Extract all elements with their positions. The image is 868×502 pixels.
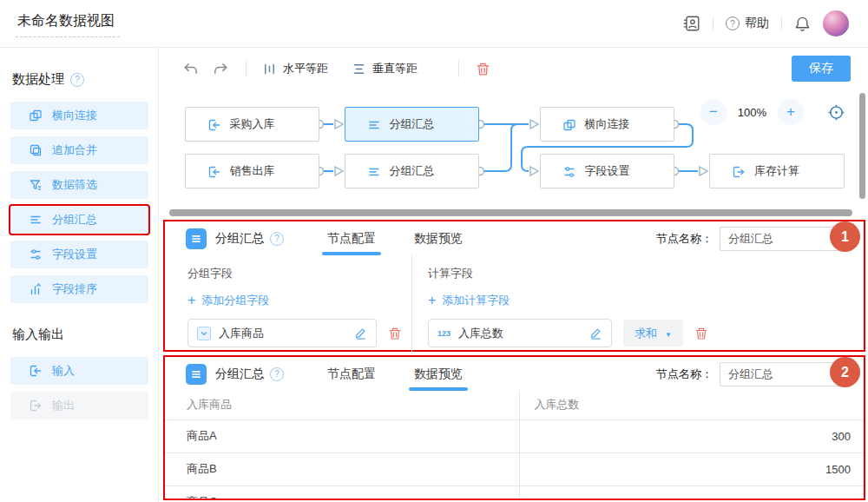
flow-canvas[interactable]: 采购入库 分组汇总 横向连接 销售出库 分组汇总 (159, 89, 868, 208)
group-summary-icon (367, 165, 381, 179)
field-settings-icon (29, 248, 43, 261)
flow-node-sales-outbound[interactable]: 销售出库 (185, 154, 319, 188)
panel-title: 分组汇总 (215, 231, 264, 247)
undo-button[interactable] (182, 62, 199, 76)
app-root: 未命名数据视图 帮助 (0, 0, 868, 502)
node-name-group: 节点名称： (656, 227, 852, 251)
flow-node-horizontal-join[interactable]: 横向连接 (540, 107, 674, 142)
sidebar-item-append-merge[interactable]: 追加合并 (10, 136, 148, 164)
output-icon (732, 165, 746, 179)
panel-header: 分组汇总 节点配置 数据预览 节点名称： (165, 221, 864, 255)
zoom-out-button[interactable] (700, 99, 727, 125)
canvas-toolbar: 水平等距 垂直等距 保存 (159, 48, 868, 89)
sidebar-item-field-settings[interactable]: 字段设置 (10, 241, 148, 268)
horizontal-join-icon (29, 109, 43, 122)
redo-button[interactable] (213, 62, 229, 76)
divider (713, 17, 713, 30)
column-header: 入库商品 (165, 391, 520, 419)
tab-node-config[interactable]: 节点配置 (327, 357, 376, 391)
sidebar-item-data-filter[interactable]: 数据筛选 (10, 171, 148, 199)
append-merge-icon (29, 143, 43, 157)
edit-icon[interactable] (354, 327, 367, 340)
add-calc-field-button[interactable]: 添加计算字段 (428, 293, 510, 308)
header-actions: 帮助 (683, 10, 849, 36)
help-label: 帮助 (745, 16, 769, 31)
flow-node-group-summary-2[interactable]: 分组汇总 (345, 154, 479, 188)
field-settings-icon (562, 165, 576, 179)
tab-data-preview[interactable]: 数据预览 (414, 357, 463, 391)
distribute-vertical-button[interactable]: 垂直等距 (352, 61, 418, 76)
caret-down-icon (665, 327, 672, 340)
sidebar-item-horizontal-join[interactable]: 横向连接 (10, 102, 148, 129)
number-field-type-icon (437, 329, 450, 338)
plus-icon (428, 293, 436, 308)
aggregation-select[interactable]: 求和 (623, 320, 683, 347)
calc-field-column: 计算字段 添加计算字段 入库总数 (412, 255, 864, 352)
node-name-group: 节点名称： (656, 362, 852, 386)
flow-node-field-settings[interactable]: 字段设置 (540, 154, 674, 188)
bell-icon[interactable] (794, 16, 811, 32)
output-icon (29, 399, 43, 413)
avatar[interactable] (823, 10, 849, 36)
help-icon[interactable] (70, 73, 84, 87)
table-row[interactable]: 商品A 300 (165, 419, 864, 452)
group-field-item[interactable]: 入库商品 (187, 319, 377, 347)
help-icon[interactable] (270, 232, 284, 246)
group-summary-icon (367, 118, 381, 132)
annotation-badge-1: 1 (830, 221, 860, 252)
sidebar-section-data-processing: 数据处理 (12, 71, 158, 88)
preview-table: 入库商品 入库总数 商品A 300 商品B 1500 商品C 300 (165, 391, 864, 500)
panel-header: 分组汇总 节点配置 数据预览 节点名称： (165, 357, 864, 391)
delete-calc-field-icon[interactable] (694, 327, 708, 340)
contact-book-icon[interactable] (683, 15, 700, 32)
group-summary-icon (186, 228, 207, 249)
section-label: 计算字段 (428, 266, 864, 281)
panel-body: 分组字段 添加分组字段 入库商品 (165, 255, 864, 352)
input-icon (207, 118, 221, 132)
zoom-controls: 100% (700, 99, 845, 125)
flow-node-group-summary-1[interactable]: 分组汇总 (345, 107, 479, 142)
distribute-vertical-icon (352, 63, 365, 76)
tab-node-config[interactable]: 节点配置 (327, 221, 376, 255)
help-icon[interactable] (270, 367, 284, 381)
group-summary-icon (29, 213, 43, 227)
input-icon (29, 364, 43, 378)
distribute-horizontal-button[interactable]: 水平等距 (263, 61, 328, 76)
sidebar-item-group-summary[interactable]: 分组汇总 (10, 206, 148, 234)
sidebar: 数据处理 横向连接 追加合并 数据筛选 分组 (0, 48, 159, 502)
table-row[interactable]: 商品B 1500 (165, 452, 864, 485)
column-header: 入库总数 (520, 391, 864, 419)
fit-view-icon[interactable] (827, 103, 845, 122)
dropdown-field-type-icon (197, 327, 211, 340)
page-title[interactable]: 未命名数据视图 (16, 10, 120, 37)
group-summary-config-panel: 分组汇总 节点配置 数据预览 节点名称： 分组字段 (163, 220, 865, 352)
sidebar-item-input[interactable]: 输入 (10, 357, 148, 385)
zoom-in-button[interactable] (778, 99, 804, 125)
add-group-field-button[interactable]: 添加分组字段 (187, 293, 269, 308)
main-area: 水平等距 垂直等距 保存 (159, 48, 868, 502)
delete-node-button[interactable] (476, 62, 490, 76)
group-summary-preview-panel: 分组汇总 节点配置 数据预览 节点名称： 入库商品 入库总数 (163, 355, 865, 500)
zoom-level: 100% (738, 106, 766, 119)
sidebar-item-field-sort[interactable]: 字段排序 (10, 275, 148, 303)
horizontal-join-icon (562, 118, 576, 132)
sidebar-section-input-output: 输入输出 (12, 327, 158, 343)
divider (781, 17, 782, 30)
vertical-scrollbar[interactable] (859, 93, 865, 199)
horizontal-scrollbar[interactable] (169, 209, 852, 216)
flow-node-purchase-inbound[interactable]: 采购入库 (185, 107, 319, 142)
annotation-badge-2: 2 (830, 357, 860, 387)
node-name-label: 节点名称： (656, 231, 713, 247)
save-button[interactable]: 保存 (792, 56, 851, 82)
tab-data-preview[interactable]: 数据预览 (414, 221, 463, 255)
calc-field-item[interactable]: 入库总数 (428, 319, 612, 347)
edit-icon[interactable] (589, 327, 602, 340)
panel-tabs: 节点配置 数据预览 (327, 221, 463, 255)
divider (246, 60, 247, 77)
group-field-column: 分组字段 添加分组字段 入库商品 (165, 255, 412, 352)
flow-node-inventory-calc[interactable]: 库存计算 (709, 154, 845, 188)
help-button[interactable]: 帮助 (726, 16, 769, 31)
table-row[interactable]: 商品C 300 (165, 485, 864, 500)
field-sort-icon (29, 282, 43, 296)
delete-group-field-icon[interactable] (388, 327, 402, 340)
